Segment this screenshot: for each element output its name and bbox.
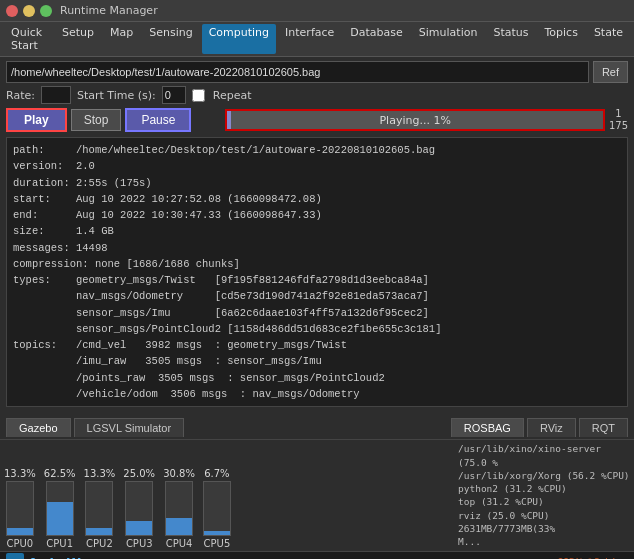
stop-button[interactable]: Stop — [71, 109, 122, 131]
bottom-section: Gazebo LGSVL Simulator ROSBAG RViz RQT 1… — [0, 416, 634, 550]
cpu-pct-3: 25.0% — [123, 468, 155, 479]
cpu-item-3: 25.0%CPU3 — [123, 468, 155, 549]
cpu-item-1: 62.5%CPU1 — [44, 468, 76, 549]
tab-rviz[interactable]: RViz — [527, 418, 576, 437]
cpu-label-1: CPU1 — [46, 538, 73, 549]
rate-row: Rate: Start Time (s): Repeat — [6, 86, 628, 104]
menu-simulation[interactable]: Simulation — [412, 24, 485, 54]
info-line: types: geometry_msgs/Twist [9f195f881246… — [13, 272, 621, 288]
cpu-bar-container-3 — [125, 481, 153, 536]
info-line: compression: none [1686/1686 chunks] — [13, 256, 621, 272]
progress-fill — [227, 111, 231, 129]
info-line: /vehicle/odom 3506 msgs : nav_msgs/Odome… — [13, 386, 621, 402]
progress-numbers: 1 175 — [609, 108, 628, 132]
cpu-item-5: 6.7%CPU5 — [203, 468, 231, 549]
menu-map[interactable]: Map — [103, 24, 140, 54]
cpu-pct-5: 6.7% — [204, 468, 229, 479]
cpu-bar-fill-5 — [204, 531, 230, 535]
cpu-pct-0: 13.3% — [4, 468, 36, 479]
info-line: /points_raw 3505 msgs : sensor_msgs/Poin… — [13, 370, 621, 386]
right-info-line-1: /usr/lib/xorg/Xorg (56.2 %CPU) — [458, 469, 630, 482]
repeat-checkbox[interactable] — [192, 89, 205, 102]
info-line: end: Aug 10 2022 10:30:47.33 (1660098647… — [13, 207, 621, 223]
cpu-label-0: CPU0 — [7, 538, 34, 549]
menu-state[interactable]: State — [587, 24, 630, 54]
repeat-label: Repeat — [213, 89, 252, 102]
info-section: path: /home/wheeltec/Desktop/test/1/auto… — [6, 137, 628, 407]
cpu-pct-4: 30.8% — [163, 468, 195, 479]
info-line: sensor_msgs/PointCloud2 [1158d486dd51d68… — [13, 321, 621, 337]
pause-button[interactable]: Pause — [125, 108, 191, 132]
right-info-line-7: M... — [458, 535, 630, 548]
cpu-label-5: CPU5 — [204, 538, 231, 549]
cpu-bar-container-5 — [203, 481, 231, 536]
cpu-bar-container-4 — [165, 481, 193, 536]
autoware-footer: ▶ AutoWare CSDN @R_ichun — [0, 551, 634, 559]
menu-status[interactable]: Status — [486, 24, 535, 54]
menu-topics[interactable]: Topics — [537, 24, 584, 54]
rate-label: Rate: — [6, 89, 35, 102]
window-title: Runtime Manager — [60, 4, 158, 17]
autoware-name: AutoWare — [28, 555, 108, 559]
cpu-bar-fill-1 — [47, 502, 73, 535]
tab-gazebo[interactable]: Gazebo — [6, 418, 71, 437]
menu-interface[interactable]: Interface — [278, 24, 341, 54]
cpu-bar-container-2 — [85, 481, 113, 536]
close-button[interactable] — [6, 5, 18, 17]
tab-rosbag[interactable]: ROSBAG — [451, 418, 524, 437]
cpu-bar-fill-2 — [86, 528, 112, 535]
cpu-item-0: 13.3%CPU0 — [4, 468, 36, 549]
cpu-charts: 13.3%CPU062.5%CPU113.3%CPU225.0%CPU330.8… — [0, 440, 454, 550]
cpu-section: 13.3%CPU062.5%CPU113.3%CPU225.0%CPU330.8… — [0, 440, 634, 550]
progress-bar: Playing... 1% — [225, 109, 605, 131]
controls-row: Play Stop Pause Playing... 1% 1 175 — [6, 108, 628, 132]
minimize-button[interactable] — [23, 5, 35, 17]
cpu-item-4: 30.8%CPU4 — [163, 468, 195, 549]
info-line: duration: 2:55s (175s) — [13, 175, 621, 191]
menu-setup[interactable]: Setup — [55, 24, 101, 54]
right-info-line-2: python2 (31.2 %CPU) — [458, 482, 630, 495]
window-controls — [6, 5, 52, 17]
path-row: Ref — [6, 61, 628, 83]
right-info-line-0: /usr/lib/xino/xino-server (75.0 % — [458, 442, 630, 469]
right-info-line-3: top (31.2 %CPU) — [458, 495, 630, 508]
progress-section: Playing... 1% 1 175 — [225, 108, 628, 132]
cpu-bar-fill-4 — [166, 518, 192, 534]
bag-path-input[interactable] — [6, 61, 589, 83]
info-line: version: 2.0 — [13, 158, 621, 174]
cpu-bar-container-0 — [6, 481, 34, 536]
menu-database[interactable]: Database — [343, 24, 410, 54]
autoware-logo: ▶ AutoWare — [6, 553, 108, 559]
cpu-label-2: CPU2 — [86, 538, 113, 549]
menu-bar: Quick Start Setup Map Sensing Computing … — [0, 22, 634, 57]
info-line: start: Aug 10 2022 10:27:52.08 (16600984… — [13, 191, 621, 207]
cpu-bar-container-1 — [46, 481, 74, 536]
maximize-button[interactable] — [40, 5, 52, 17]
start-time-input[interactable] — [162, 86, 186, 104]
info-line: messages: 14498 — [13, 240, 621, 256]
menu-quick-start[interactable]: Quick Start — [4, 24, 53, 54]
play-button[interactable]: Play — [6, 108, 67, 132]
cpu-item-2: 13.3%CPU2 — [84, 468, 116, 549]
info-line: nav_msgs/Odometry [cd5e73d190d741a2f92e8… — [13, 288, 621, 304]
cpu-label-3: CPU3 — [126, 538, 153, 549]
title-bar: Runtime Manager — [0, 0, 634, 22]
autoware-icon: ▶ — [6, 553, 24, 559]
info-line: /imu_raw 3505 msgs : sensor_msgs/Imu — [13, 353, 621, 369]
info-line: size: 1.4 GB — [13, 223, 621, 239]
right-info-line-6: 2631MB/7773MB(33% — [458, 522, 630, 535]
info-line: path: /home/wheeltec/Desktop/test/1/auto… — [13, 142, 621, 158]
cpu-pct-2: 13.3% — [84, 468, 116, 479]
cpu-label-4: CPU4 — [166, 538, 193, 549]
info-line: topics: /cmd_vel 3982 msgs : geometry_ms… — [13, 337, 621, 353]
cpu-bar-fill-3 — [126, 521, 152, 534]
cpu-bar-fill-0 — [7, 528, 33, 535]
menu-computing[interactable]: Computing — [202, 24, 276, 54]
right-panel: /usr/lib/xino/xino-server (75.0 %/usr/li… — [454, 440, 634, 550]
rate-input[interactable] — [41, 86, 71, 104]
tab-rqt[interactable]: RQT — [579, 418, 628, 437]
menu-sensing[interactable]: Sensing — [142, 24, 199, 54]
tab-lgsvl[interactable]: LGSVL Simulator — [74, 418, 185, 437]
progress-current: 1 — [615, 108, 621, 120]
ref-button[interactable]: Ref — [593, 61, 628, 83]
